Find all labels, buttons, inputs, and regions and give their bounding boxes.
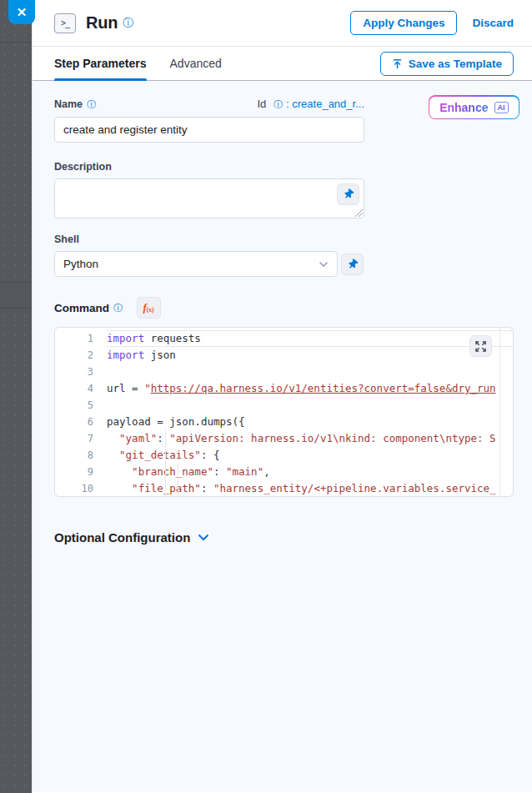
pipeline-canvas-strip — [0, 0, 32, 793]
code-text: "yaml": "apiVersion: harness.io/v1\nkind… — [107, 430, 513, 447]
id-info-icon[interactable]: ⓘ — [274, 99, 284, 109]
chevron-down-icon — [319, 261, 329, 268]
optional-configuration-label: Optional Configuration — [54, 530, 190, 545]
step-info-icon[interactable]: ⓘ — [123, 18, 133, 28]
canvas-toolbar-band — [0, 282, 32, 309]
name-id-row: Name ⓘ Id ⓘ : create_and_r... — [54, 98, 364, 111]
description-textarea[interactable] — [54, 178, 364, 218]
close-drawer-button[interactable]: ✕ — [8, 0, 35, 24]
code-line[interactable]: 8 "git_details": { — [55, 447, 513, 464]
indent-guide — [165, 430, 166, 497]
code-text: url = "https://qa.harness.io/v1/entities… — [107, 380, 513, 397]
command-label: Command — [54, 302, 109, 314]
name-info-icon[interactable]: ⓘ — [87, 98, 97, 111]
id-value[interactable]: : create_and_r... — [286, 98, 364, 110]
page-root: ✕ >_ Run ⓘ Apply Changes Discard Step Pa… — [0, 0, 532, 793]
tab-advanced[interactable]: Advanced — [170, 47, 222, 81]
code-text — [107, 397, 513, 414]
code-line[interactable]: 9 "branch_name": "main", — [55, 464, 513, 480]
line-number: 10 — [55, 480, 107, 497]
textarea-resize-handle[interactable] — [355, 209, 363, 217]
code-line[interactable]: 7 "yaml": "apiVersion: harness.io/v1\nki… — [55, 430, 513, 447]
optional-configuration-toggle[interactable]: Optional Configuration — [54, 530, 510, 545]
shell-select[interactable]: Python — [54, 251, 338, 277]
code-text: import requests — [107, 330, 513, 347]
name-input[interactable] — [54, 117, 364, 143]
shell-pin-button[interactable] — [341, 253, 364, 275]
code-text: import json — [107, 347, 513, 364]
code-text: "branch_name": "main", — [107, 464, 513, 480]
indent-guide — [178, 464, 178, 497]
command-info-icon[interactable]: ⓘ — [113, 302, 123, 314]
pushpin-icon — [341, 188, 355, 202]
drawer-header: >_ Run ⓘ Apply Changes Discard — [33, 0, 532, 47]
code-line[interactable]: 1import requests — [55, 330, 513, 347]
line-number: 5 — [55, 397, 107, 414]
id-label: Id — [257, 98, 266, 110]
enhance-ai-button[interactable]: Enhance AI — [429, 95, 519, 119]
line-number: 9 — [55, 464, 107, 480]
discard-button[interactable]: Discard — [472, 17, 514, 29]
close-icon: ✕ — [17, 5, 28, 20]
code-text: "file_path": "harness_entity/<+pipeline.… — [107, 480, 513, 497]
step-title: Run — [86, 13, 118, 33]
code-lines: 1import requests2import json34url = "htt… — [55, 330, 513, 497]
chevron-down-icon — [198, 534, 209, 541]
editor-scrollbar-track[interactable] — [499, 328, 500, 496]
shell-label: Shell — [54, 233, 510, 245]
enhance-label: Enhance — [439, 101, 488, 114]
line-number: 4 — [55, 380, 107, 397]
line-number: 3 — [55, 364, 107, 380]
terminal-step-icon: >_ — [54, 13, 76, 33]
code-text — [107, 364, 513, 380]
name-label: Name — [54, 98, 83, 110]
shell-row: Python — [54, 251, 510, 277]
code-text: "git_details": { — [107, 447, 513, 464]
code-text: payload = json.dumps({ — [107, 414, 513, 430]
command-code-editor[interactable]: 1import requests2import json34url = "htt… — [54, 327, 514, 497]
expand-icon — [475, 341, 486, 352]
shell-selected-value: Python — [63, 258, 98, 270]
expression-fx-button[interactable]: f(x) — [137, 297, 161, 319]
code-line[interactable]: 4url = "https://qa.harness.io/v1/entitie… — [55, 380, 513, 397]
save-as-template-label: Save as Template — [409, 58, 502, 70]
pushpin-icon — [345, 257, 359, 271]
canvas-divider — [0, 42, 32, 43]
save-as-template-button[interactable]: Save as Template — [380, 52, 514, 76]
description-pin-button[interactable] — [337, 183, 359, 205]
line-number: 8 — [55, 447, 107, 464]
code-line[interactable]: 6payload = json.dumps({ — [55, 414, 513, 430]
code-line[interactable]: 3 — [55, 364, 513, 380]
line-number: 1 — [55, 330, 107, 347]
apply-changes-button[interactable]: Apply Changes — [350, 11, 457, 35]
line-number: 6 — [55, 414, 107, 430]
tab-step-parameters[interactable]: Step Parameters — [54, 47, 147, 81]
code-line[interactable]: 5 — [55, 397, 513, 414]
code-line[interactable]: 10 "file_path": "harness_entity/<+pipeli… — [55, 480, 513, 497]
step-parameters-panel: Enhance AI Name ⓘ Id ⓘ : create_and_r...… — [33, 81, 532, 792]
id-line: Id ⓘ : create_and_r... — [257, 98, 364, 111]
ai-badge: AI — [494, 102, 509, 113]
description-label: Description — [54, 161, 510, 173]
upload-template-icon — [392, 58, 403, 69]
line-number: 7 — [55, 430, 107, 447]
line-number: 2 — [55, 347, 107, 364]
step-config-drawer: >_ Run ⓘ Apply Changes Discard Step Para… — [32, 0, 532, 793]
expand-editor-button[interactable] — [469, 335, 492, 357]
tab-bar: Step Parameters Advanced Save as Templat… — [33, 47, 532, 81]
code-line[interactable]: 2import json — [55, 347, 513, 364]
command-row: Command ⓘ f(x) — [54, 297, 510, 319]
description-field-wrap — [54, 178, 364, 218]
